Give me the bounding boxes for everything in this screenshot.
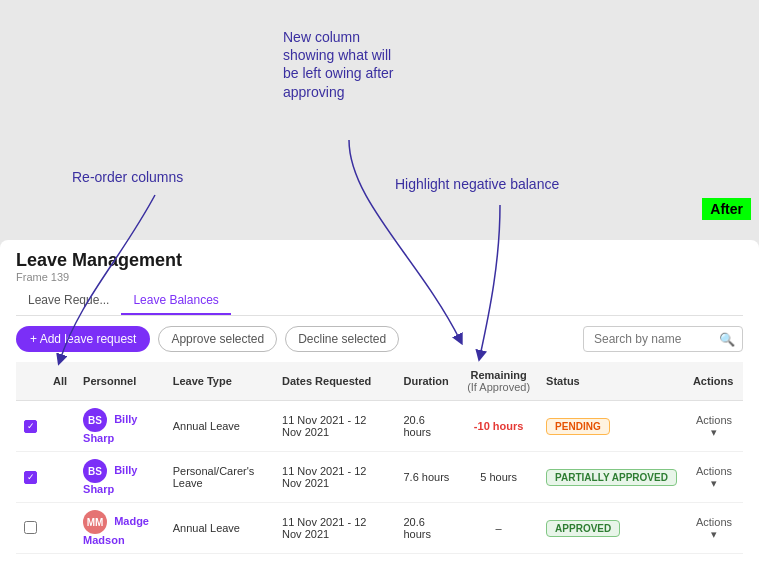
row-select[interactable]: ✓ [16,401,45,452]
actions-button[interactable]: Actions ▾ [693,465,735,490]
tab-bar: Leave Reque... Leave Balances [16,287,743,316]
row-status: APPROVED [538,554,685,562]
row-dates: 11 Nov 2021 - 12 Nov 2021 [274,401,395,452]
actions-button[interactable]: Actions ▾ [693,414,735,439]
row-all-cell [45,401,75,452]
search-box: 🔍 [583,326,743,352]
row-personnel: MM Madge Madson [75,503,165,554]
row-status: PENDING [538,401,685,452]
row-select[interactable]: ✓ [16,452,45,503]
table-row: MM Madge Madson Annual Leave 11 Nov 2021… [16,503,743,554]
annotation-reorder: Re-order columns [72,168,183,186]
row-dates: 11 Nov 2021 - 12 Nov 2021 [274,452,395,503]
avatar: BS [83,459,107,483]
avatar: BS [83,408,107,432]
row-leave-type: Annual Leave [165,503,274,554]
after-badge: After [702,198,751,220]
decline-selected-button[interactable]: Decline selected [285,326,399,352]
table-header-row: All Personnel Leave Type Dates Requested… [16,362,743,401]
row-select[interactable] [16,554,45,562]
row-actions[interactable]: Actions ▾ [685,452,743,503]
tab-leave-balances[interactable]: Leave Balances [121,287,230,315]
col-leave-type: Leave Type [165,362,274,401]
col-duration: Duration [395,362,459,401]
row-personnel: LC Lucy Chen [75,554,165,562]
row-checkbox[interactable] [24,521,37,534]
main-panel: Leave Management Frame 139 Leave Reque..… [0,240,759,561]
tab-leave-requests[interactable]: Leave Reque... [16,287,121,315]
row-leave-type: Personal/Carer's Leave [165,452,274,503]
row-select[interactable] [16,503,45,554]
row-remaining: -10 hours [459,401,538,452]
row-remaining: – [459,554,538,562]
toolbar: + Add leave request Approve selected Dec… [0,316,759,362]
row-all-cell [45,452,75,503]
add-leave-request-button[interactable]: + Add leave request [16,326,150,352]
status-badge: PENDING [546,418,610,435]
row-duration: 20.6 hours [395,401,459,452]
row-personnel: BS Billy Sharp [75,452,165,503]
row-status: PARTIALLY APPROVED [538,452,685,503]
frame-label: Frame 139 [16,271,743,283]
leave-table: All Personnel Leave Type Dates Requested… [16,362,743,561]
approve-selected-button[interactable]: Approve selected [158,326,277,352]
row-dates: 11 Nov 2021 - 12 Nov 2021 [274,503,395,554]
row-duration: 7.6 hours [395,452,459,503]
annotation-highlight: Highlight negative balance [395,175,559,193]
status-badge: APPROVED [546,520,620,537]
annotation-new-column: New columnshowing what willbe left owing… [283,28,394,101]
col-personnel: Personnel [75,362,165,401]
row-duration: 20.6 hours [395,554,459,562]
table-row: ✓ BS Billy Sharp Personal/Carer's Leave … [16,452,743,503]
actions-button[interactable]: Actions ▾ [693,516,735,541]
page-title: Leave Management [16,250,743,271]
col-all: All [45,362,75,401]
page-header: Leave Management Frame 139 [0,240,759,283]
row-personnel: BS Billy Sharp [75,401,165,452]
col-status: Status [538,362,685,401]
table-wrapper: All Personnel Leave Type Dates Requested… [0,362,759,561]
row-status: APPROVED [538,503,685,554]
row-remaining: 5 hours [459,452,538,503]
search-icon: 🔍 [719,332,735,347]
row-all-cell [45,503,75,554]
row-all-cell [45,554,75,562]
col-remaining: Remaining(If Approved) [459,362,538,401]
row-actions[interactable]: Actions ▾ [685,503,743,554]
col-dates: Dates Requested [274,362,395,401]
col-actions: Actions [685,362,743,401]
col-checkbox [16,362,45,401]
table-row: ✓ BS Billy Sharp Annual Leave 11 Nov 202… [16,401,743,452]
row-actions[interactable]: Actions ▾ [685,401,743,452]
row-leave-type: Annual Leave [165,554,274,562]
row-duration: 20.6 hours [395,503,459,554]
checkbox-checked[interactable]: ✓ [24,471,37,484]
avatar: MM [83,510,107,534]
status-badge: PARTIALLY APPROVED [546,469,677,486]
row-dates: 11 Nov 2021 - 12 Nov 2021 [274,554,395,562]
remaining-value: -10 hours [474,420,524,432]
row-actions[interactable]: Actions ▾ [685,554,743,562]
remaining-value: – [496,522,502,534]
row-leave-type: Annual Leave [165,401,274,452]
checkbox-checked[interactable]: ✓ [24,420,37,433]
remaining-value: 5 hours [480,471,517,483]
row-remaining: – [459,503,538,554]
table-row: LC Lucy Chen Annual Leave 11 Nov 2021 - … [16,554,743,562]
